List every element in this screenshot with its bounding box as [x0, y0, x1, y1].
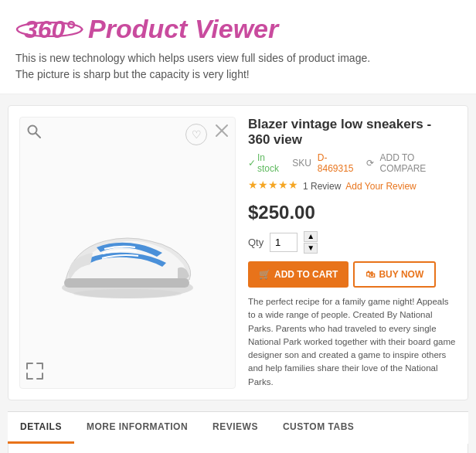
svg-rect-7	[64, 278, 189, 288]
svg-point-8	[73, 289, 182, 298]
add-review-link[interactable]: Add Your Review	[345, 181, 416, 192]
product-image	[50, 199, 205, 307]
tab-custom-tabs[interactable]: CUSTOM TABS	[270, 412, 366, 444]
add-to-cart-button[interactable]: 🛒 ADD TO CART	[248, 261, 348, 288]
product-meta-row: In stock SKU D-8469315 ⟳ ADD TO COMPARE	[248, 152, 457, 174]
header-subtitle: This is new technology which helps users…	[15, 50, 461, 83]
wishlist-button[interactable]: ♡	[185, 124, 207, 145]
tab-details[interactable]: DETAILS	[8, 412, 74, 444]
buy-button-label: BUY NOW	[379, 269, 423, 280]
header-title-row: 360° Product Viewer	[15, 14, 461, 44]
compare-link[interactable]: ADD TO COMPARE	[380, 152, 457, 174]
review-row: ★★★★★ 1 Review Add Your Review	[248, 179, 457, 194]
image-viewer: ♡	[19, 117, 236, 389]
action-buttons: 🛒 ADD TO CART 🛍 BUY NOW	[248, 261, 457, 288]
sku-label: SKU	[292, 158, 311, 169]
product-inner: ♡	[19, 117, 457, 389]
tab-content: Will you get the answers in time, or is …	[8, 444, 468, 453]
qty-label: Qty	[248, 237, 264, 248]
product-price: $250.00	[248, 202, 457, 223]
qty-decrement-button[interactable]: ▼	[304, 243, 318, 254]
qty-row: Qty ▲ ▼	[248, 231, 457, 254]
tab-more-information[interactable]: MORE INFORMATION	[74, 412, 200, 444]
compare-icon: ⟳	[366, 158, 374, 169]
cart-button-label: ADD TO CART	[274, 269, 338, 280]
tabs-bar: DETAILS MORE INFORMATION REVIEWS CUSTOM …	[8, 411, 468, 444]
product-title: Blazer vintage low sneakers - 360 view	[248, 117, 457, 148]
logo-360-orbit: 360°	[15, 22, 83, 37]
quantity-input[interactable]	[270, 233, 298, 252]
product-info: Blazer vintage low sneakers - 360 view I…	[248, 117, 457, 389]
buy-now-button[interactable]: 🛍 BUY NOW	[353, 261, 436, 288]
expand-icon[interactable]	[26, 363, 43, 382]
header: 360° Product Viewer This is new technolo…	[0, 0, 476, 94]
star-rating: ★★★★★	[248, 179, 298, 191]
sku-value: D-8469315	[318, 152, 360, 174]
close-icon[interactable]	[215, 124, 229, 141]
svg-line-3	[36, 133, 40, 138]
review-count: 1 Review	[303, 181, 341, 192]
tab-reviews[interactable]: REVIEWS	[200, 412, 270, 444]
product-card: ♡	[8, 105, 468, 400]
cart-icon: 🛒	[259, 269, 270, 280]
qty-stepper[interactable]: ▲ ▼	[304, 231, 318, 254]
bag-icon: 🛍	[366, 269, 375, 280]
in-stock-badge: In stock	[248, 152, 286, 174]
product-description: The perfect recipe for a family game nig…	[248, 295, 457, 389]
svg-marker-1	[82, 28, 83, 31]
qty-increment-button[interactable]: ▲	[304, 231, 318, 242]
360-text: 360°	[24, 17, 75, 42]
product-viewer-text: Product Viewer	[88, 14, 278, 44]
search-icon[interactable]	[26, 124, 42, 143]
